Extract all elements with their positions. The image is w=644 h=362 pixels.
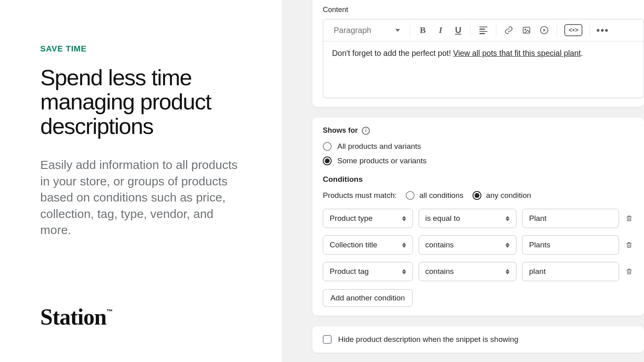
headline: Spend less time managing product descrip… <box>40 66 246 138</box>
input-value: plant <box>529 267 545 276</box>
toolbar-separator <box>590 23 590 37</box>
condition-row: Collection title contains Plants <box>323 235 634 255</box>
select-value: Product tag <box>330 267 369 276</box>
italic-button[interactable]: I <box>435 25 446 35</box>
checkbox-label: Hide product description when the snippe… <box>338 335 518 344</box>
editor-toolbar: Paragraph B I U <box>323 19 644 41</box>
select-value: Collection title <box>330 241 377 249</box>
source-code-button[interactable]: <•> <box>564 24 582 36</box>
condition-operator-select[interactable]: contains <box>419 262 517 281</box>
content-editor-card: Content Paragraph B I U <box>312 0 644 107</box>
image-button[interactable] <box>521 25 532 35</box>
match-option-all[interactable]: all conditions <box>406 191 464 200</box>
condition-value-input[interactable]: Plants <box>522 235 619 255</box>
radio-label: any condition <box>486 191 531 200</box>
toolbar-separator <box>557 23 557 37</box>
rich-text-editor: Paragraph B I U <box>323 19 644 98</box>
block-style-label: Paragraph <box>334 26 371 35</box>
video-button[interactable] <box>539 25 549 35</box>
radio-checked-icon <box>323 156 332 165</box>
select-value: contains <box>425 241 454 249</box>
trash-icon <box>625 241 633 249</box>
chevron-down-icon <box>395 29 400 32</box>
shows-for-option-all[interactable]: All products and variants <box>323 142 634 151</box>
radio-unchecked-icon <box>406 191 415 200</box>
conditions-heading: Conditions <box>323 175 634 184</box>
condition-field-select[interactable]: Product type <box>323 209 413 228</box>
editor-content[interactable]: Don't forget to add the perfect pot! Vie… <box>323 41 644 98</box>
eyebrow: SAVE TIME <box>40 44 246 53</box>
match-option-any[interactable]: any condition <box>473 191 531 200</box>
toolbar-separator <box>410 23 410 37</box>
match-label: Products must match: <box>323 191 397 200</box>
radio-label: All products and variants <box>337 142 421 151</box>
station-logo: Station™ <box>40 304 112 330</box>
conditions-card: Shows for i All products and variants So… <box>312 117 644 316</box>
play-circle-icon <box>540 26 549 35</box>
delete-condition-button[interactable] <box>625 214 634 222</box>
toolbar-separator <box>471 23 471 37</box>
condition-rows: Product type is equal to Plant Collectio… <box>323 209 634 281</box>
shows-for-label: Shows for i <box>323 126 634 135</box>
delete-condition-button[interactable] <box>625 267 634 276</box>
select-value: contains <box>425 267 454 276</box>
select-stepper-icon <box>506 269 510 274</box>
input-value: Plant <box>529 214 546 223</box>
shows-for-option-some[interactable]: Some products or variants <box>323 156 634 165</box>
more-button[interactable]: ••• <box>597 25 608 35</box>
trash-icon <box>625 267 633 276</box>
select-value: is equal to <box>425 214 460 223</box>
marketing-column: SAVE TIME Spend less time managing produ… <box>0 0 282 362</box>
condition-row: Product tag contains plant <box>323 262 634 281</box>
align-button[interactable] <box>478 25 489 35</box>
select-stepper-icon <box>506 243 510 248</box>
trash-icon <box>625 214 633 222</box>
condition-value-input[interactable]: plant <box>522 262 619 281</box>
radio-unchecked-icon <box>323 142 332 151</box>
editor-text: . <box>581 49 583 58</box>
svg-point-1 <box>525 29 526 30</box>
radio-checked-icon <box>473 191 481 200</box>
radio-label: Some products or variants <box>337 156 427 165</box>
editor-text: Don't forget to add the perfect pot! <box>332 49 453 58</box>
underline-button[interactable]: U <box>453 25 463 35</box>
hide-description-card: Hide product description when the snippe… <box>312 326 644 353</box>
select-stepper-icon <box>402 216 406 221</box>
editor-link[interactable]: View all pots that fit this special plan… <box>453 49 581 58</box>
match-mode-row: Products must match: all conditions any … <box>323 191 634 200</box>
condition-value-input[interactable]: Plant <box>522 209 619 228</box>
content-label: Content <box>323 6 644 14</box>
input-value: Plants <box>529 241 550 249</box>
image-icon <box>522 26 531 35</box>
info-icon[interactable]: i <box>362 127 370 135</box>
link-icon <box>504 26 513 35</box>
checkbox-icon <box>323 335 332 344</box>
bold-button[interactable]: B <box>417 25 428 35</box>
subcopy: Easily add information to all products i… <box>40 157 246 239</box>
align-left-icon <box>479 27 487 34</box>
condition-operator-select[interactable]: contains <box>419 235 517 255</box>
link-button[interactable] <box>504 25 514 35</box>
add-condition-button[interactable]: Add another condition <box>323 289 413 307</box>
select-value: Product type <box>330 214 373 223</box>
radio-label: all conditions <box>419 191 464 200</box>
block-style-select[interactable]: Paragraph <box>331 24 402 37</box>
toolbar-separator <box>496 23 496 37</box>
select-stepper-icon <box>402 243 406 248</box>
condition-field-select[interactable]: Product tag <box>323 262 413 281</box>
select-stepper-icon <box>506 216 510 221</box>
select-stepper-icon <box>402 269 406 274</box>
delete-condition-button[interactable] <box>625 241 634 249</box>
condition-row: Product type is equal to Plant <box>323 209 634 228</box>
svg-rect-0 <box>523 27 530 33</box>
hide-description-checkbox-row[interactable]: Hide product description when the snippe… <box>323 335 634 344</box>
condition-operator-select[interactable]: is equal to <box>419 209 517 228</box>
condition-field-select[interactable]: Collection title <box>323 235 413 255</box>
app-preview-panel: Content Paragraph B I U <box>282 0 644 362</box>
